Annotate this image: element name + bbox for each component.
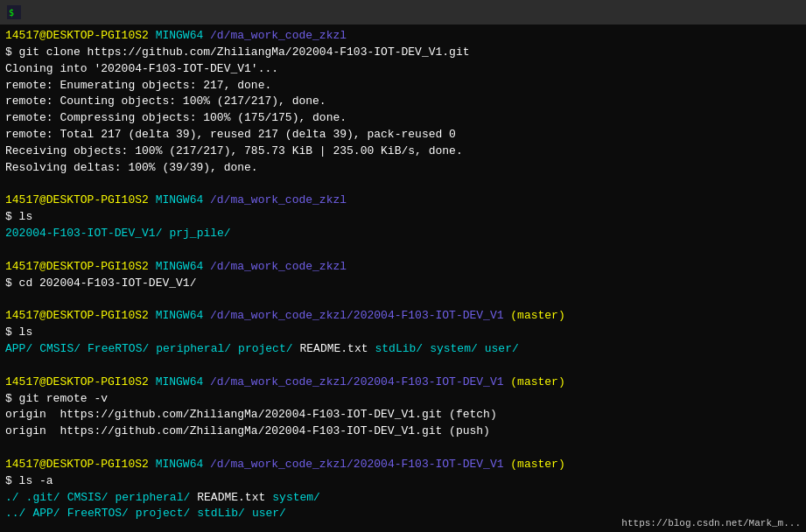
- dir-item: ./: [5, 490, 19, 507]
- command-line: $ ls: [5, 325, 801, 341]
- prompt-mingw: MINGW64: [149, 308, 210, 325]
- prompt-user: 14517@DESKTOP-PGI10S2: [5, 457, 149, 473]
- dir-item: system/: [272, 490, 320, 507]
- title-bar-controls: [764, 10, 799, 14]
- prompt-path: /d/ma_work_code_zkzl: [210, 259, 347, 276]
- prompt-user: 14517@DESKTOP-PGI10S2: [5, 28, 149, 45]
- command-text: ls: [19, 209, 33, 226]
- dollar-sign: $: [5, 276, 19, 292]
- dollar-sign: $: [5, 325, 19, 341]
- dir-item: .git/: [26, 490, 60, 507]
- dollar-sign: $: [5, 473, 19, 490]
- dollar-sign: $: [5, 45, 19, 61]
- title-bar: $: [0, 0, 806, 24]
- dir-item: README.txt: [300, 341, 368, 358]
- command-line: $ git clone https://github.com/ZhiliangM…: [5, 45, 801, 61]
- command-line: $ ls: [5, 209, 801, 226]
- output-line: origin https://github.com/ZhiliangMa/202…: [5, 424, 801, 440]
- command-line: $ git remote -v: [5, 391, 801, 408]
- dir-item: ../: [5, 506, 25, 522]
- dir-item: 202004-F103-IOT-DEV_V1/: [5, 226, 162, 242]
- dollar-sign: $: [5, 391, 19, 408]
- output-line: origin https://github.com/ZhiliangMa/202…: [5, 407, 801, 424]
- prompt-branch: (master): [504, 308, 565, 325]
- footer-link: https://blog.csdn.net/Mark_m...: [621, 518, 801, 528]
- prompt-line: 14517@DESKTOP-PGI10S2 MINGW64 /d/ma_work…: [5, 192, 801, 209]
- prompt-branch: (master): [504, 374, 565, 391]
- terminal[interactable]: 14517@DESKTOP-PGI10S2 MINGW64 /d/ma_work…: [0, 24, 806, 532]
- prompt-mingw: MINGW64: [149, 457, 210, 473]
- dir-item: README.txt: [197, 490, 265, 507]
- output-line: remote: Counting objects: 100% (217/217)…: [5, 94, 801, 110]
- command-text: ls: [19, 325, 33, 341]
- prompt-path: /d/ma_work_code_zkzl: [210, 28, 347, 45]
- dir-item: peripheral/: [156, 341, 231, 358]
- close-button[interactable]: [792, 10, 799, 14]
- prompt-branch: (master): [504, 457, 565, 473]
- svg-text:$: $: [9, 8, 14, 18]
- output-line: remote: Enumerating objects: 217, done.: [5, 78, 801, 94]
- empty-line: [5, 177, 801, 193]
- dir-item: prj_pile/: [169, 226, 230, 242]
- empty-line: [5, 440, 801, 457]
- prompt-mingw: MINGW64: [149, 28, 210, 45]
- prompt-user: 14517@DESKTOP-PGI10S2: [5, 374, 149, 391]
- terminal-icon: $: [7, 5, 21, 19]
- prompt-mingw: MINGW64: [149, 192, 210, 209]
- output-line: remote: Compressing objects: 100% (175/1…: [5, 110, 801, 127]
- command-text: cd 202004-F103-IOT-DEV_V1/: [19, 276, 197, 292]
- dir-item: FreeRTOS/: [67, 506, 129, 522]
- dir-item: CMSIS/: [39, 341, 81, 358]
- prompt-user: 14517@DESKTOP-PGI10S2: [5, 192, 149, 209]
- prompt-path: /d/ma_work_code_zkzl/202004-F103-IOT-DEV…: [210, 308, 503, 325]
- directory-listing: 202004-F103-IOT-DEV_V1/prj_pile/: [5, 226, 801, 242]
- command-text: git clone https://github.com/ZhiliangMa/…: [19, 45, 470, 61]
- prompt-line: 14517@DESKTOP-PGI10S2 MINGW64 /d/ma_work…: [5, 457, 801, 473]
- prompt-line: 14517@DESKTOP-PGI10S2 MINGW64 /d/ma_work…: [5, 28, 801, 45]
- command-text: git remote -v: [19, 391, 108, 408]
- command-text: ls -a: [19, 473, 53, 490]
- dir-item: stdLib/: [375, 341, 424, 358]
- empty-line: [5, 292, 801, 309]
- dir-item: CMSIS/: [67, 490, 109, 507]
- directory-listing: ./.git/CMSIS/peripheral/README.txtsystem…: [5, 490, 801, 507]
- dir-item: user/: [485, 341, 519, 358]
- prompt-mingw: MINGW64: [149, 374, 210, 391]
- prompt-path: /d/ma_work_code_zkzl/202004-F103-IOT-DEV…: [210, 457, 503, 473]
- prompt-path: /d/ma_work_code_zkzl: [210, 192, 347, 209]
- output-line: Resolving deltas: 100% (39/39), done.: [5, 160, 801, 177]
- dir-item: peripheral/: [115, 490, 190, 507]
- dir-item: user/: [252, 506, 286, 522]
- output-line: Receiving objects: 100% (217/217), 785.7…: [5, 144, 801, 160]
- empty-line: [5, 242, 801, 259]
- minimize-button[interactable]: [764, 10, 771, 14]
- dir-item: project/: [238, 341, 292, 358]
- dir-item: APP/: [32, 506, 60, 522]
- command-line: $ ls -a: [5, 473, 801, 490]
- dir-item: FreeRTOS/: [88, 341, 149, 358]
- dir-item: system/: [430, 341, 478, 358]
- prompt-line: 14517@DESKTOP-PGI10S2 MINGW64 /d/ma_work…: [5, 259, 801, 276]
- directory-listing: APP/CMSIS/FreeRTOS/peripheral/project/RE…: [5, 341, 801, 358]
- prompt-user: 14517@DESKTOP-PGI10S2: [5, 259, 149, 276]
- command-line: $ cd 202004-F103-IOT-DEV_V1/: [5, 276, 801, 292]
- dir-item: APP/: [5, 341, 32, 358]
- empty-line: [5, 358, 801, 374]
- output-line: Cloning into '202004-F103-IOT-DEV_V1'...: [5, 61, 801, 78]
- prompt-mingw: MINGW64: [149, 259, 210, 276]
- prompt-user: 14517@DESKTOP-PGI10S2: [5, 308, 149, 325]
- dir-item: stdLib/: [197, 506, 245, 522]
- output-line: remote: Total 217 (delta 39), reused 217…: [5, 127, 801, 144]
- prompt-path: /d/ma_work_code_zkzl/202004-F103-IOT-DEV…: [210, 374, 503, 391]
- prompt-line: 14517@DESKTOP-PGI10S2 MINGW64 /d/ma_work…: [5, 374, 801, 391]
- title-bar-left: $: [7, 5, 26, 19]
- dir-item: project/: [136, 506, 190, 522]
- prompt-line: 14517@DESKTOP-PGI10S2 MINGW64 /d/ma_work…: [5, 308, 801, 325]
- maximize-button[interactable]: [778, 10, 785, 14]
- dollar-sign: $: [5, 209, 19, 226]
